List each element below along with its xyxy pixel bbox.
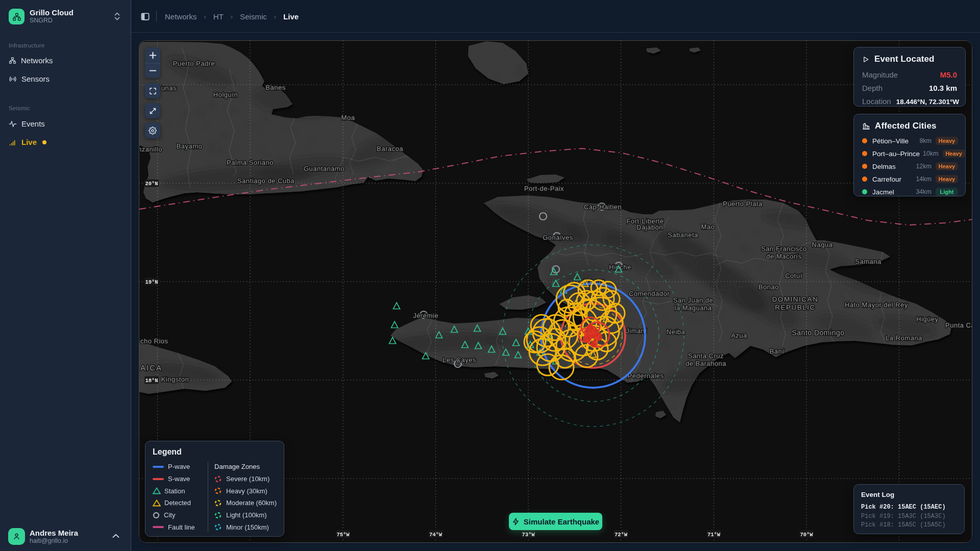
svg-text:Mao: Mao: [701, 223, 715, 231]
svg-text:Santa Cruz: Santa Cruz: [688, 352, 724, 360]
svg-text:Azua: Azua: [731, 332, 747, 339]
svg-text:Puerto Padre: Puerto Padre: [173, 60, 215, 67]
svg-text:72°W: 72°W: [615, 532, 628, 538]
svg-text:Santo Domingo: Santo Domingo: [792, 329, 844, 337]
svg-text:San Juan de: San Juan de: [673, 296, 714, 304]
svg-text:nzanillo: nzanillo: [139, 145, 162, 153]
svg-text:Higüey: Higüey: [916, 315, 938, 323]
svg-text:Bayamo: Bayamo: [177, 142, 203, 150]
svg-text:Sabaneta: Sabaneta: [668, 231, 698, 239]
svg-text:Holguín: Holguín: [213, 91, 238, 98]
svg-text:Comendador: Comendador: [629, 290, 670, 297]
svg-text:70°W: 70°W: [800, 532, 813, 538]
svg-text:AICA: AICA: [140, 363, 162, 372]
svg-text:Hinche: Hinche: [609, 263, 631, 271]
svg-text:de Barahona: de Barahona: [685, 360, 726, 367]
svg-text:74°W: 74°W: [429, 532, 443, 538]
svg-text:Nagua: Nagua: [812, 241, 833, 248]
svg-text:San Francisco: San Francisco: [761, 245, 807, 253]
svg-text:REPUBLIC: REPUBLIC: [775, 304, 816, 311]
svg-text:DOMINICAN: DOMINICAN: [772, 295, 819, 303]
svg-text:Cotuí: Cotuí: [785, 272, 802, 280]
svg-text:Les Cayes: Les Cayes: [443, 356, 476, 364]
svg-text:de Macorís: de Macorís: [766, 253, 801, 260]
svg-text:Pedernales: Pedernales: [628, 372, 664, 380]
svg-text:Hato Mayor del Rey: Hato Mayor del Rey: [845, 301, 908, 309]
svg-text:75°W: 75°W: [336, 532, 350, 538]
svg-text:Samana: Samana: [855, 258, 881, 265]
svg-text:Kingston: Kingston: [161, 375, 189, 383]
svg-text:Jérémie: Jérémie: [413, 312, 438, 319]
svg-text:Gonaïves: Gonaïves: [543, 234, 573, 241]
svg-text:Dajabón: Dajabón: [636, 223, 663, 231]
svg-text:19°N: 19°N: [145, 279, 158, 285]
svg-text:cho Rios: cho Rios: [140, 337, 168, 345]
svg-text:Puerto Plata: Puerto Plata: [723, 200, 763, 208]
svg-text:Palma Soriano: Palma Soriano: [227, 159, 274, 166]
svg-text:Punta Can: Punta Can: [945, 321, 972, 329]
svg-text:Neiba: Neiba: [667, 328, 685, 336]
svg-text:18°N: 18°N: [145, 378, 158, 384]
svg-text:Guantanamo: Guantanamo: [304, 165, 345, 172]
svg-text:Port-de-Paix: Port-de-Paix: [524, 185, 564, 192]
svg-text:Santiago de Cuba: Santiago de Cuba: [237, 177, 295, 185]
svg-text:Banes: Banes: [265, 84, 285, 91]
svg-text:71°W: 71°W: [707, 532, 721, 538]
svg-text:73°W: 73°W: [522, 532, 535, 538]
svg-text:Baracoa: Baracoa: [377, 145, 403, 153]
svg-text:Cap-Haitien: Cap-Haitien: [584, 203, 622, 211]
svg-text:Moa: Moa: [341, 114, 355, 121]
svg-text:Bonao: Bonao: [758, 283, 779, 291]
svg-text:la Maguana: la Maguana: [675, 304, 712, 312]
svg-text:Baní: Baní: [770, 347, 785, 355]
svg-text:20°N: 20°N: [145, 181, 158, 187]
svg-text:La Romana: La Romana: [886, 334, 922, 342]
